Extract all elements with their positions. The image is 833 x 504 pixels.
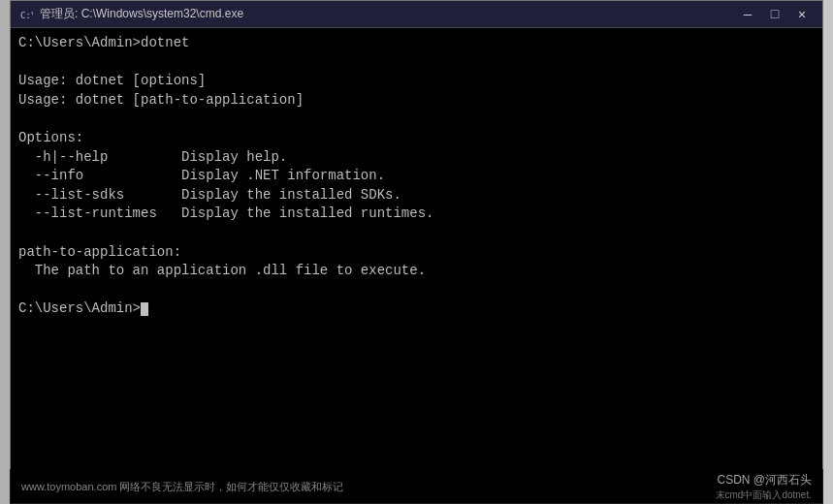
window-controls: — □ ✕ [735,5,815,24]
terminal-line: C:\Users\Admin>dotnet [18,34,815,53]
terminal-line [18,53,815,73]
left-strip [0,0,10,504]
terminal-line: Usage: dotnet [options] [18,72,815,91]
bottom-overlay: www.toymoban.com 网络不良无法显示时，如何才能仅仅收藏和标记 C… [10,469,823,504]
bottom-sub-text: 末cmd中面输入dotnet. [716,488,812,502]
cmd-window: C:\ 管理员: C:\Windows\system32\cmd.exe — □… [10,0,823,504]
terminal-line: The path to an application .dll file to … [18,262,815,281]
terminal-line: --info Display .NET information. [18,167,815,186]
terminal-line: path-to-application: [18,243,815,263]
terminal-line: --list-runtimes Display the installed ru… [18,205,815,224]
close-button[interactable]: ✕ [789,5,815,24]
minimize-button[interactable]: — [735,5,760,24]
window-title: 管理员: C:\Windows\system32\cmd.exe [40,6,735,22]
terminal-line: Usage: dotnet [path-to-application] [18,91,815,110]
desktop: C:\ 管理员: C:\Windows\system32\cmd.exe — □… [0,0,833,504]
terminal-line: -h|--help Display help. [18,148,815,168]
terminal-line: Options: [18,129,815,148]
terminal-cursor [141,302,148,316]
right-strip [823,0,833,504]
terminal-content[interactable]: C:\Users\Admin>dotnet Usage: dotnet [opt… [11,28,822,503]
bottom-left-text: www.toymoban.com 网络不良无法显示时，如何才能仅仅收藏和标记 [21,480,343,494]
terminal-line: C:\Users\Admin> [18,299,815,319]
cmd-icon: C:\ [18,7,34,22]
csdn-watermark: CSDN @河西石头 [717,472,812,488]
terminal-line [18,110,815,129]
terminal-line [18,281,815,300]
maximize-button[interactable]: □ [762,5,787,24]
title-bar: C:\ 管理员: C:\Windows\system32\cmd.exe — □… [11,1,822,28]
svg-text:C:\: C:\ [20,11,33,20]
terminal-line: --list-sdks Display the installed SDKs. [18,186,815,205]
terminal-line [18,224,815,243]
